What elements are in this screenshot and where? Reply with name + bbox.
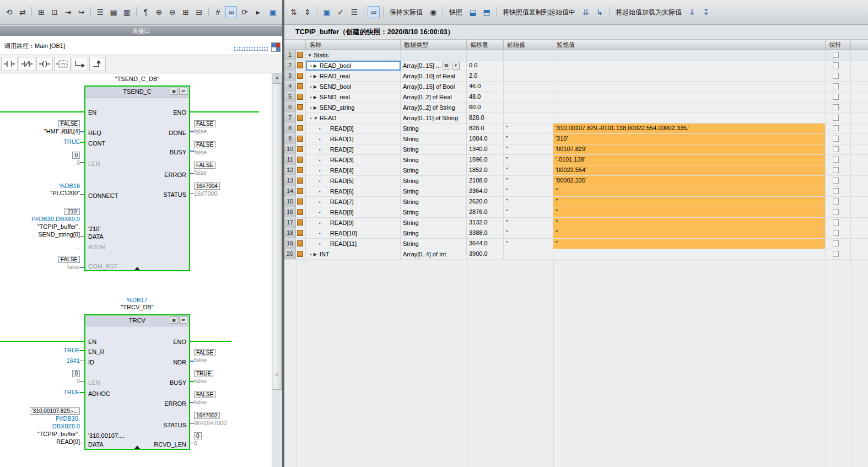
expand-members-icon[interactable]: ⇅ [288, 6, 300, 18]
req-operand[interactable]: "HMI".相机[4] [2, 128, 80, 135]
table-row[interactable]: 9▪READ[1]String1084.0'''310' [284, 134, 868, 144]
monitor-value-cell[interactable]: '-0101.138' [553, 155, 826, 165]
favorite-contact-open-icon[interactable] [1, 57, 18, 71]
datatype-cell[interactable]: String [401, 239, 467, 249]
rcvd-len-monitor-value[interactable]: 0 [194, 432, 270, 439]
retain-checkbox[interactable] [833, 230, 839, 236]
retain-checkbox[interactable] [833, 146, 839, 152]
update-block-calls-icon[interactable]: ⟲ [3, 6, 15, 18]
datatype-cell[interactable]: Array[0..2] of Real [401, 92, 467, 102]
keep-actual-values-button[interactable]: 保持实际值 [387, 6, 425, 18]
start-value-cell[interactable] [504, 103, 553, 112]
table-row[interactable]: 5▪▶SEND_realArray[0..2] of Real48.0 [284, 92, 868, 103]
start-value-cell[interactable]: '' [504, 207, 553, 217]
req-monitor-value[interactable]: FALSE [2, 120, 80, 127]
name-cell[interactable]: ▪▶SEND_bool [306, 82, 401, 92]
retain-checkbox[interactable] [833, 73, 839, 79]
connect-db-address[interactable]: %DB16 [2, 182, 80, 190]
retain-checkbox[interactable] [833, 219, 839, 226]
error-operand[interactable]: false [194, 169, 270, 176]
busy-monitor-value[interactable]: FALSE [194, 141, 270, 148]
error-monitor-value[interactable]: FALSE [194, 162, 270, 169]
datatype-cell[interactable]: String [401, 155, 467, 165]
datatype-cell[interactable]: String [401, 186, 467, 196]
status-monitor-value[interactable]: 16#7002 [194, 412, 270, 419]
data-pointer[interactable]: P#DB30.DBX60.0 [2, 216, 80, 223]
start-value-cell[interactable] [504, 113, 553, 123]
monitor-value-cell[interactable] [553, 50, 826, 60]
name-cell[interactable]: ▪▶SEND_string [306, 103, 401, 112]
favorite-empty-box-icon[interactable]: ?? [54, 57, 71, 71]
data-operand-line1[interactable]: "TCPIP_buffer". [2, 431, 80, 438]
toggle-comments-icon[interactable]: ¶ [140, 6, 152, 18]
load-start-icon-2[interactable]: ↧ [700, 6, 712, 18]
busy-monitor-value[interactable]: TRUE [194, 370, 270, 377]
ndr-monitor-value[interactable]: FALSE [194, 349, 270, 356]
start-value-cell[interactable]: '' [504, 186, 553, 196]
expand-networks-icon[interactable]: ⊕ [153, 6, 165, 18]
data-pointer-line2[interactable]: DBX828.0 [2, 423, 80, 430]
connect-operand[interactable]: "PLC1200" [2, 190, 80, 197]
busy-operand[interactable]: false [194, 149, 270, 156]
monitor-value-cell[interactable]: '00107.829' [553, 144, 826, 154]
monitor-value-cell[interactable]: '' [553, 218, 826, 228]
close-all-networks-icon[interactable]: ⊟ [193, 6, 205, 18]
datatype-cell[interactable]: Array[0..15] ...▦▾ [401, 61, 467, 71]
start-value-cell[interactable] [504, 71, 553, 81]
goto-icon[interactable]: ⇥ [62, 6, 74, 18]
insert-empty-box-icon[interactable]: ⊡ [49, 6, 61, 18]
retain-checkbox[interactable] [833, 115, 839, 121]
monitor-value-cell[interactable] [553, 113, 826, 123]
retain-checkbox[interactable] [833, 125, 839, 131]
name-cell[interactable]: ▪READ[2] [306, 144, 401, 154]
monitor-value-cell[interactable] [553, 103, 826, 112]
copy-snapshot-icon[interactable]: ⇊ [580, 6, 592, 18]
start-value-cell[interactable]: '' [504, 165, 553, 175]
monitor-value-cell[interactable]: '' [553, 186, 826, 196]
consistency-icon[interactable]: ⇄ [17, 6, 28, 18]
name-cell[interactable]: ▪▼READ [306, 113, 401, 123]
done-operand[interactable]: false [194, 128, 270, 135]
table-row[interactable]: 18▪READ[10]String3388.0'''' [284, 228, 868, 239]
block-call-options-icon[interactable]: ⇄ [179, 316, 187, 324]
favorite-contact-closed-icon[interactable] [19, 57, 35, 71]
datatype-cell[interactable]: Array[0..10] of Real [401, 71, 467, 81]
name-cell[interactable]: ▪READ[6] [306, 186, 401, 196]
datatype-cell[interactable]: String [401, 124, 467, 133]
error-operand[interactable]: false [194, 399, 270, 406]
status-operand[interactable]: W#16#7000 [194, 420, 270, 427]
datatype-picker-button[interactable]: ▦ [443, 62, 450, 69]
error-monitor-value[interactable]: FALSE [194, 391, 270, 398]
table-row[interactable]: 19▪READ[11]String3644.0'''' [284, 239, 868, 249]
done-monitor-value[interactable]: FALSE [194, 120, 270, 127]
table-row[interactable]: 14▪READ[6]String2364.0'''' [284, 186, 868, 197]
datatype-cell[interactable]: Array[0..15] of Bool [401, 82, 467, 92]
retain-checkbox[interactable] [833, 167, 839, 173]
expand-arrow-icon[interactable]: ▶ [314, 82, 320, 92]
expand-arrow-icon[interactable]: ▶ [314, 72, 320, 81]
header-datatype[interactable]: 数据类型 [401, 40, 467, 50]
name-cell[interactable]: ▪READ[11] [306, 239, 401, 249]
table-row[interactable]: 12▪READ[4]String1852.0'''00022.554' [284, 165, 868, 176]
start-value-cell[interactable]: '' [504, 134, 553, 144]
snapshot-button[interactable]: 快照 [446, 6, 465, 18]
monitor-value-cell[interactable] [553, 92, 826, 102]
retain-checkbox[interactable] [833, 198, 839, 205]
retain-checkbox[interactable] [833, 52, 839, 58]
name-cell[interactable]: ▪▶READ_real [306, 71, 401, 81]
ndr-operand[interactable]: false [194, 357, 270, 364]
block-snapshot-icon[interactable]: ▣ [170, 316, 178, 324]
len-monitor-value[interactable]: 0 [2, 152, 80, 159]
start-value-cell[interactable]: '' [504, 228, 553, 238]
start-value-cell[interactable]: '' [504, 239, 553, 249]
retain-checkbox[interactable] [833, 240, 839, 246]
data-operand-line1[interactable]: "TCPIP_buffer". [2, 223, 80, 230]
data-operand-line2[interactable]: READ[0] [2, 438, 80, 445]
header-start-value[interactable]: 起始值 [504, 40, 553, 50]
name-cell[interactable]: ▪READ[8] [306, 207, 401, 217]
start-value-cell[interactable] [504, 249, 553, 259]
com-rst-operand[interactable]: false [2, 264, 80, 271]
start-value-cell[interactable]: '' [504, 176, 553, 186]
name-cell[interactable]: ▪READ[1] [306, 134, 401, 144]
com-rst-monitor-value[interactable]: FALSE [2, 256, 80, 263]
